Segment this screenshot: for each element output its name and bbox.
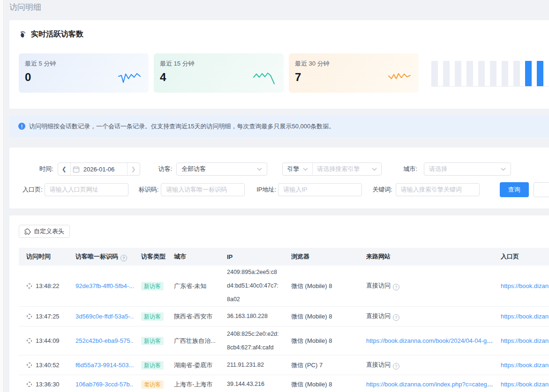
visitor-uid-link[interactable]: 92de37fb-4ff0-5fb4-...: [75, 282, 134, 289]
referrer-link[interactable]: https://book.dizanna.com/book/2024/04-04…: [366, 337, 493, 344]
session-target-icon: [26, 338, 32, 344]
browser-cell: 微信 (Mobile) 8: [284, 266, 359, 307]
column-header: 访客类型: [134, 248, 166, 266]
visitor-filter-label: 访客:: [158, 165, 173, 173]
bar: [443, 61, 450, 86]
footprint-icon: [19, 30, 27, 38]
stat-card-30min: 最近 30 分钟 7: [289, 53, 419, 93]
city-filter-label: 城市:: [403, 165, 417, 173]
browser-cell: 微信 (Mobile) 8: [284, 375, 359, 392]
entry-page-link[interactable]: https://book.dizanna.c...: [501, 381, 549, 388]
help-icon[interactable]: ?: [393, 314, 399, 321]
query-button[interactable]: 查询: [500, 182, 529, 197]
visitor-uid-link[interactable]: f6d55a73-9914-503...: [75, 362, 134, 369]
realtime-bar-chart: [431, 53, 549, 93]
date-display[interactable]: 2026-01-06: [70, 163, 128, 175]
time-filter-label: 时间:: [39, 165, 53, 173]
session-target-icon: [26, 313, 32, 319]
notice-banner: ! 访问明细按会话数记录，一个会话一条记录。仅支持查询近15天的访问明细，每次查…: [9, 116, 549, 137]
column-header: IP: [219, 248, 284, 266]
ip-cell: 36.163.180.228: [219, 307, 284, 326]
date-value: 2026-01-06: [83, 166, 115, 173]
visitor-uid-link[interactable]: 3d569c0e-ffdf-53a5-...: [75, 313, 134, 320]
entry-page-link[interactable]: https://book.dizanna.c...: [501, 282, 549, 289]
column-header: 来路网站: [359, 248, 493, 266]
ip-input[interactable]: 请输入IP: [278, 183, 362, 196]
keyword-placeholder: 请输入搜索引擎关键词: [401, 185, 462, 194]
entry-page-link[interactable]: https://book.dizanna.c...: [501, 337, 549, 344]
realtime-stats-row: 最近 5 分钟 0 最近 15 分钟 4 最近 30 分钟 7: [19, 53, 549, 93]
chevron-down-icon: [372, 168, 377, 171]
visit-time: 13:47:25: [36, 313, 60, 320]
table-header-row: 访问时间访客唯一标识码?访客类型城市IP浏览器来路网站入口页: [19, 248, 549, 266]
city-select[interactable]: 请选择: [424, 163, 511, 176]
sparkline-5min: [118, 71, 142, 85]
keyword-input[interactable]: 请输入搜索引擎关键词: [396, 183, 480, 196]
bar: [455, 61, 461, 86]
chevron-down-icon: [303, 168, 308, 171]
keyword-filter-label: 关键词:: [372, 185, 392, 194]
city-cell: 上海市-上海市: [166, 375, 219, 392]
city-cell: 广西壮族自治...: [166, 326, 219, 355]
stat-label: 最近 5 分钟: [25, 59, 141, 68]
visitor-uid-link[interactable]: 106ab769-3ccd-57b...: [75, 381, 134, 388]
table-row: 13:40:52f6d55a73-9914-503...新访客湖南省-娄底市21…: [19, 355, 549, 375]
bar: [478, 61, 485, 86]
stat-card-5min: 最近 5 分钟 0: [19, 53, 149, 93]
sparkline-30min: [388, 71, 412, 85]
city-cell: 广东省-未知: [166, 266, 219, 307]
page-title: 访问明细: [9, 2, 41, 13]
bar: [490, 61, 496, 86]
session-target-icon: [26, 381, 32, 387]
calendar-icon: [73, 166, 80, 173]
visitor-type-badge: 老访客: [141, 380, 164, 389]
table-body: 13:48:2292de37fb-4ff0-5fb4-...新访客广东省-未知2…: [19, 266, 549, 392]
referrer-link[interactable]: https://book.dizanna.com/index.php?c=cat…: [366, 381, 493, 388]
chevron-down-icon: [501, 168, 506, 171]
visit-time: 13:48:22: [36, 282, 60, 289]
browser-cell: 微信 (Mobile) 8: [284, 326, 359, 355]
visitor-uid-link[interactable]: 252c42b0-eba9-575...: [75, 337, 134, 344]
engine-select-group[interactable]: 引擎 请选择搜索引擎: [282, 163, 382, 176]
entry-page-input[interactable]: 请输入入口页网址: [45, 183, 128, 196]
column-header: 浏览器: [284, 248, 359, 266]
realtime-header: 实时活跃访客数: [19, 30, 549, 39]
date-picker[interactable]: ❮ 2026-01-06 ❯: [58, 163, 140, 176]
visits-table: 访问时间访客唯一标识码?访客类型城市IP浏览器来路网站入口页 13:48:229…: [19, 248, 549, 392]
engine-placeholder: 请选择搜索引擎: [317, 165, 360, 173]
entry-page-link[interactable]: https://book.dizanna.c...: [501, 362, 549, 369]
filter-card: 时间: ❮ 2026-01-06 ❯ 访客: 全部访客: [9, 148, 549, 208]
secondary-button[interactable]: [534, 182, 549, 197]
bar: [431, 61, 438, 86]
bar-chart-bars: [431, 61, 549, 87]
entry-page-link[interactable]: https://book.dizanna.c...: [501, 313, 549, 320]
referrer-text: 直接访问: [366, 361, 391, 368]
notice-text: 访问明细按会话数记录，一个会话一条记录。仅支持查询近15天的访问明细，每次查询最…: [29, 122, 335, 131]
visitor-uid-input[interactable]: 请输入访客唯一标识码: [161, 183, 245, 196]
realtime-visitors-card: 实时活跃访客数 最近 5 分钟 0 最近 15 分钟 4 最近 30 分钟 7: [9, 20, 549, 109]
visit-time: 13:40:52: [36, 362, 60, 369]
content-left-divider: [0, 0, 4, 392]
help-icon[interactable]: ?: [393, 363, 399, 370]
visitor-select[interactable]: 全部访客: [176, 163, 267, 176]
bar: [502, 61, 508, 86]
sparkline-15min: [253, 71, 277, 85]
column-header: 城市: [166, 248, 219, 266]
customize-columns-button[interactable]: 自定义表头: [19, 225, 70, 238]
engine-select[interactable]: 请选择搜索引擎: [312, 163, 381, 175]
uid-filter-label: 标识码:: [139, 185, 159, 194]
engine-type-value: 引擎: [287, 165, 299, 173]
help-icon[interactable]: ?: [393, 284, 399, 290]
referrer-text: 直接访问: [366, 312, 391, 319]
visitor-type-badge: 新访客: [141, 337, 164, 345]
stat-label: 最近 15 分钟: [160, 59, 276, 68]
engine-type-select[interactable]: 引擎: [283, 163, 312, 175]
stat-label: 最近 30 分钟: [295, 59, 411, 68]
chevron-down-icon: [257, 168, 262, 171]
next-day-button[interactable]: ❯: [128, 163, 140, 175]
help-icon[interactable]: ?: [120, 255, 127, 261]
prev-day-button[interactable]: ❮: [58, 163, 70, 175]
ip-cell: 39.144.43.216: [219, 375, 284, 392]
table-row: 13:48:2292de37fb-4ff0-5fb4-...新访客广东省-未知2…: [19, 266, 549, 307]
bar-highlight: [537, 61, 543, 86]
